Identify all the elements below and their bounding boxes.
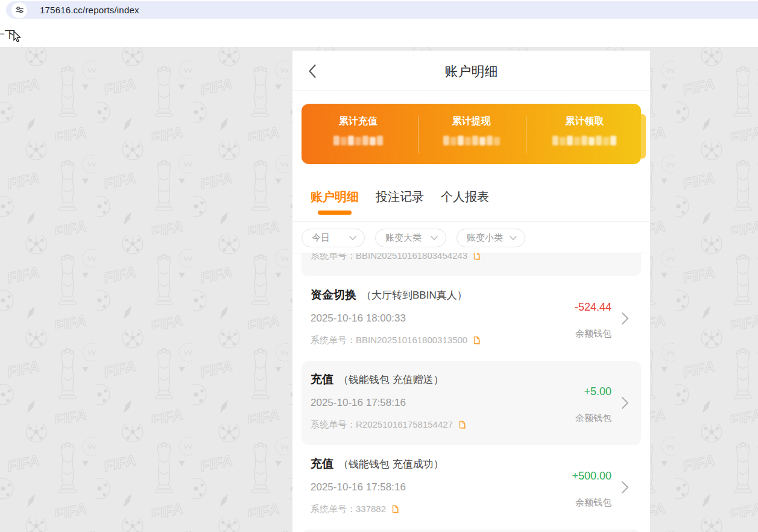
transaction-row[interactable]: 充值（钱能钱包 充值成功）2025-10-16 17:58:16系统单号：337… <box>302 445 641 530</box>
page-title: 账户明细 <box>292 63 650 81</box>
transaction-type: 资金切换 <box>311 287 356 303</box>
mask-block <box>603 137 609 145</box>
summary-stat-label: 累计提现 <box>452 115 491 128</box>
transaction-wallet: 余额钱包 <box>575 328 611 340</box>
mask-block <box>487 136 493 145</box>
copy-icon <box>391 505 399 514</box>
transaction-row[interactable]: 充值（钱能钱包 充值赠送）2025-10-16 17:58:16系统单号：R20… <box>302 361 641 445</box>
row-chevron <box>621 481 629 494</box>
url-pill[interactable]: 175616.cc/reports/index <box>6 1 758 19</box>
tabs: 账户明细投注记录个人报表 <box>311 189 489 215</box>
mask-block <box>479 137 485 145</box>
mask-block <box>560 137 566 145</box>
mask-block <box>443 136 449 145</box>
copy-order-button[interactable] <box>472 253 480 261</box>
transaction-order-no: 系统单号：R202510161758154427 <box>311 419 453 431</box>
panel-header: 账户明细 <box>292 51 650 91</box>
copy-order-button[interactable] <box>391 505 399 514</box>
transaction-wallet: 余额钱包 <box>575 497 611 508</box>
chevron-right-icon <box>621 396 629 410</box>
transaction-amount: +5.00 <box>584 385 611 398</box>
transaction-row[interactable]: 系统单号：BBIN202510161803454243 <box>302 253 641 276</box>
site-settings-icon[interactable] <box>11 2 27 18</box>
transaction-subtype: （大厅转到BBIN真人） <box>361 288 467 302</box>
mask-block <box>465 137 471 145</box>
account-detail-panel: 账户明细 累计充值累计提现累计领取 账户明细投注记录个人报表 今日账变大类账变小… <box>292 51 650 532</box>
transaction-amounts: +5.00余额钱包 <box>575 385 611 424</box>
chevron-right-icon <box>621 312 629 325</box>
transaction-right: -524.44余额钱包 <box>575 276 629 361</box>
transaction-row[interactable]: 资金切换（大厅转到BBIN真人）2025-10-16 18:00:33系统单号：… <box>302 276 641 361</box>
tab-投注记录[interactable]: 投注记录 <box>376 189 424 215</box>
transaction-order-line: 系统单号：337882 <box>311 504 399 515</box>
transaction-amounts: -524.44余额钱包 <box>575 301 611 340</box>
mask-block <box>494 137 500 145</box>
summary-stat: 累计充值 <box>302 104 415 164</box>
summary-stat: 累计提现 <box>415 104 528 164</box>
transaction-order-line: 系统单号：BBIN202510161803454243 <box>311 253 480 262</box>
filter-dropdown[interactable]: 今日 <box>302 229 365 247</box>
transaction-heading: 资金切换（大厅转到BBIN真人） <box>311 287 467 303</box>
transaction-right: +5.00余额钱包 <box>575 361 629 445</box>
mask-block <box>348 136 354 145</box>
mask-block <box>581 136 587 145</box>
browser-address-bar: 175616.cc/reports/index <box>0 0 758 19</box>
copy-icon <box>458 420 466 429</box>
card-divider <box>418 116 418 153</box>
mask-block <box>362 136 368 145</box>
mask-block <box>567 136 573 145</box>
summary-stat-label: 累计充值 <box>339 115 377 128</box>
summary-stat: 累计领取 <box>528 104 641 164</box>
filter-label: 账变小类 <box>467 232 503 244</box>
transaction-heading: 充值（钱能钱包 充值赠送） <box>311 372 444 387</box>
transaction-wallet: 余额钱包 <box>575 413 611 424</box>
filter-dropdown[interactable]: 账变小类 <box>456 229 525 247</box>
transaction-amount: +500.00 <box>572 470 611 483</box>
transaction-order-line: 系统单号：R202510161758154427 <box>311 419 466 431</box>
mask-block <box>341 137 347 145</box>
tab-label: 投注记录 <box>376 189 424 205</box>
tab-label: 账户明细 <box>311 189 359 205</box>
transaction-order-no: 系统单号：BBIN202510161800313500 <box>311 335 467 346</box>
transaction-datetime: 2025-10-16 18:00:33 <box>311 312 406 325</box>
transaction-datetime: 2025-10-16 17:58:16 <box>311 397 406 409</box>
transaction-amount: -524.44 <box>575 301 611 314</box>
summary-stat-label: 累计领取 <box>565 115 604 128</box>
transaction-list: 系统单号：BBIN202510161803454243资金切换（大厅转到BBIN… <box>292 253 650 532</box>
copy-order-button[interactable] <box>458 420 466 429</box>
transaction-type: 充值 <box>311 372 333 387</box>
filter-bar: 今日账变大类账变小类 <box>292 222 650 253</box>
row-chevron <box>621 396 629 410</box>
filter-dropdown[interactable]: 账变大类 <box>375 229 446 247</box>
transaction-row[interactable] <box>302 530 641 532</box>
mask-block <box>450 137 456 145</box>
row-chevron <box>621 312 629 325</box>
tab-label: 个人报表 <box>441 189 489 205</box>
summary-card: 累计充值累计提现累计领取 <box>302 104 641 164</box>
transaction-subtype: （钱能钱包 充值赠送） <box>338 373 444 387</box>
mask-block <box>333 136 340 145</box>
summary-stat-masked-value <box>333 136 383 145</box>
tab-active-underline <box>383 211 417 215</box>
mask-block <box>458 136 464 145</box>
transaction-right: +500.00余额钱包 <box>572 445 629 530</box>
transaction-amounts: +500.00余额钱包 <box>572 470 611 508</box>
mask-block <box>370 137 376 145</box>
tab-个人报表[interactable]: 个人报表 <box>441 189 489 215</box>
mask-block <box>610 136 616 145</box>
url-text[interactable]: 175616.cc/reports/index <box>40 5 139 15</box>
mask-block <box>552 136 558 145</box>
chevron-down-icon <box>349 236 356 241</box>
browser-window: 175616.cc/reports/index 一下 <box>0 0 758 532</box>
mask-block <box>596 136 602 145</box>
copy-order-button[interactable] <box>472 336 480 345</box>
tab-active-underline <box>318 211 352 215</box>
mask-block <box>574 137 580 145</box>
mask-block <box>589 137 595 145</box>
filter-label: 今日 <box>312 232 330 244</box>
tab-账户明细[interactable]: 账户明细 <box>311 189 359 215</box>
transaction-order-no: 系统单号：337882 <box>311 504 386 515</box>
copy-icon <box>472 336 480 345</box>
transaction-type: 充值 <box>311 456 333 472</box>
transaction-order-line: 系统单号：BBIN202510161800313500 <box>311 335 480 346</box>
